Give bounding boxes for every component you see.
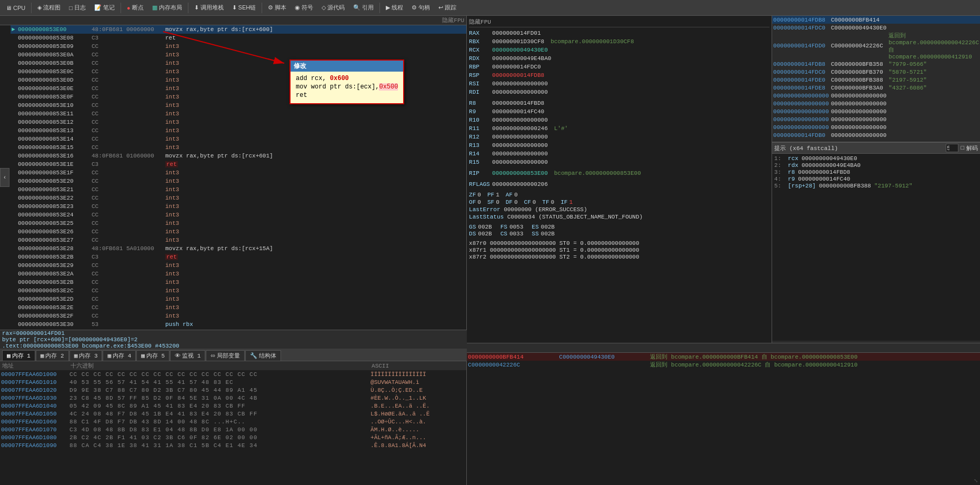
disasm-addr: 0000000000853E22 [17,194,91,202]
stack-row[interactable]: 0000000000000000 0000000000000000 [772,100,980,107]
disasm-row[interactable]: 0000000000853E27 CC int3 [11,236,466,244]
tab-mem1[interactable]: ▦ 内存 1 [2,350,35,361]
memory-row[interactable]: 00007FFEAA6D1060 88 C1 4F D8 F7 DB 43 8D… [0,418,466,425]
disasm-row[interactable]: 0000000000853E29 CC int3 [11,261,466,270]
stack-cell-addr: 00000000014FDC0 [772,68,830,76]
resize-handle[interactable]: ⤡ [972,477,980,485]
script-button[interactable]: ⚙ 脚本 [264,2,290,13]
disasm-row[interactable]: 0000000000853E13 CC int3 [11,126,466,135]
stack-row[interactable]: 00000000014FDE8 C00000000BFB3A0 "4327-60… [772,84,980,92]
callstack-row[interactable]: 0000000000BFB414 C0000000049430E0 返回到 bc… [467,353,980,361]
hint-num-input[interactable] [946,144,958,152]
log-button[interactable]: □ 日志 [65,2,89,13]
disasm-row[interactable]: 0000000000853E22 CC int3 [11,194,466,202]
stack-row[interactable]: 00000000014FDB8 C0000000BFB414 [772,16,980,24]
memory-row[interactable]: 00007FFEAA6D1050 4C 24 08 48 F7 D8 45 1B… [0,410,466,418]
tab-mem2[interactable]: ▦ 内存 2 [36,350,69,361]
tab-mem5[interactable]: ▦ 内存 5 [136,350,169,361]
memory-row[interactable]: 00007FFEAA6D1000 CC CC CC CC CC CC CC CC… [0,370,466,378]
reg-row: RDI 0000000000000000 [469,88,769,96]
disasm-row[interactable]: 0000000000853E09 CC int3 [11,42,466,51]
symbol-button[interactable]: ◉ 符号 [291,2,317,13]
hint-panel: 提示 (x64 fastcall) □ 解码 1: rcx 0000000004… [772,142,980,343]
disasm-dot [11,84,17,93]
tab-locals[interactable]: ⬄ 局部变量 [206,350,245,361]
disasm-row[interactable]: ► 00000000853E00 48:0FB681 00060000 movz… [11,25,466,34]
thread-button[interactable]: ▶ 线程 [382,2,407,13]
stack-cell-val: C00000000BFB358 [830,60,888,68]
tab-watch1[interactable]: 👁 监视 1 [170,350,205,361]
disasm-row[interactable]: 0000000000853E2B C3 ret [11,253,466,261]
stack-row[interactable]: 0000000000000000 0000000000000000 [772,107,980,115]
tab-mem4[interactable]: ▦ 内存 4 [103,350,136,361]
source-button[interactable]: ◇ 源代码 [318,2,348,13]
trace-button[interactable]: ↩ 跟踪 [435,2,460,13]
callstack-row[interactable] [467,369,980,377]
breakpoints-button[interactable]: ● 断点 [123,2,147,13]
callstack-panel[interactable]: 0000000000BFB414 C0000000049430E0 返回到 bc… [467,353,980,485]
tab-struct[interactable]: 🔧 结构体 [245,350,281,361]
disasm-row[interactable]: 0000000000853E1F CC int3 [11,169,466,177]
stack-panel[interactable]: 00000000014FDB8 C0000000BFB414 000000000… [772,16,980,142]
disasm-row[interactable]: 0000000000853E2F CC int3 [11,312,466,320]
memory-row[interactable]: 00007FFEAA6D1090 88 CA C4 38 1E 38 41 31… [0,441,466,449]
stack-row[interactable]: 0000000000000000 0000000000000000 [772,115,980,123]
callstack-table: 0000000000BFB414 C0000000049430E0 返回到 bc… [467,353,980,377]
bottom-tabs-bar: ▦ 内存 1 ▦ 内存 2 ▦ 内存 3 ▦ 内存 4 ▦ 内存 5 👁 监视 … [0,349,467,361]
disasm-row[interactable]: 0000000000853E31 48:83EC 20 sub rsp,20 [11,329,466,330]
stack-row[interactable]: 00000000014FDE0 C00000000BFB388 "2197-59… [772,76,980,84]
stack-row[interactable]: 00000000014FDC0 C0000000049430E0 [772,24,980,32]
ref-button[interactable]: 🔍 引用 [349,2,377,13]
disasm-row[interactable]: 0000000000853E14 CC int3 [11,135,466,143]
disasm-mnemonic: int3 [164,42,466,51]
disasm-row[interactable]: 0000000000853E2A CC int3 [11,270,466,278]
disasm-row[interactable]: 0000000000853E15 CC int3 [11,143,466,152]
tooltip-highlight1: 0x600 [330,75,349,82]
disasm-row[interactable]: 0000000000853E24 CC int3 [11,211,466,219]
callstack-button[interactable]: ⬇ 调用堆栈 [191,2,227,13]
seh-button[interactable]: ⬇ SEH链 [228,2,260,13]
disasm-row[interactable]: 0000000000853E25 CC int3 [11,219,466,227]
disasm-row[interactable]: 0000000000853E16 48:0FB681 01060000 movz… [11,152,466,160]
disasm-row[interactable]: 0000000000853E30 53 push rbx [11,320,466,329]
disasm-row[interactable]: 0000000000853E1E C3 ret [11,160,466,169]
memory-row[interactable]: 00007FFEAA6D1010 40 53 55 56 57 41 54 41… [0,378,466,386]
memory-panel[interactable]: 地址 十六进制 ASCII 00007FFEAA6D1000 CC CC CC … [0,361,467,485]
stack-row[interactable]: 00000000014FDB8 C00000000BFB358 "7979-05… [772,60,980,68]
memory-row[interactable]: 00007FFEAA6D1080 2B C2 4C 2B F1 41 03 C2… [0,433,466,441]
callstack-row[interactable]: C0000000042226C 返回到 bcompare.00000000000… [467,361,980,369]
disasm-row[interactable]: 0000000000853E20 CC int3 [11,177,466,185]
stack-row[interactable]: 0000000000000000 0000000000000000 [772,123,980,131]
disasm-row[interactable]: 0000000000853E08 C3 ret [11,34,466,42]
memory-row[interactable]: 00007FFEAA6D1030 23 C8 45 8D 57 FF 85 D2… [0,394,466,402]
stack-row[interactable]: 00000000014FDB0 0000000000000000 [772,131,980,139]
stack-row[interactable]: 00000000014FDD0 C0000000042226C 返回到 bcom… [772,32,980,60]
memory-row[interactable]: 00007FFEAA6D1040 05 42 09 45 8C 89 A1 45… [0,402,466,410]
handle-button[interactable]: ⚙ 句柄 [408,2,434,13]
cpu-button[interactable]: 🖥 CPU [2,3,29,13]
flowchart-button[interactable]: ◈ 流程图 [34,2,64,13]
disasm-row[interactable]: 0000000000853E28 48:0FB681 5A010000 movz… [11,244,466,253]
disasm-row[interactable]: 0000000000853E0A CC int3 [11,51,466,59]
disasm-mnemonic: int3 [164,126,466,135]
disasm-row[interactable]: 0000000000853E2C CC int3 [11,286,466,295]
disasm-scroll-left[interactable]: ‹ [0,168,9,187]
disasm-row[interactable]: 0000000000853E12 CC int3 [11,118,466,126]
notes-button[interactable]: 📝 笔记 [91,2,118,13]
seg-item: DS 002B [469,231,492,237]
disasm-row[interactable]: 0000000000853E23 CC int3 [11,202,466,211]
disasm-row[interactable]: 0000000000853E2E CC int3 [11,303,466,312]
disasm-row[interactable]: 0000000000853E2B CC int3 [11,278,466,286]
disasm-mnemonic: movzx rax,byte ptr ds:[rcx+601] [164,152,466,160]
memory-layout-button[interactable]: ▦ 内存布局 [148,2,186,13]
memory-row[interactable]: 00007FFEAA6D1020 D9 9E 38 C7 88 C7 80 D2… [0,386,466,394]
stack-row[interactable]: 0000000000000000 0000000000000000 [772,92,980,100]
disasm-row[interactable]: 0000000000853E2D CC int3 [11,295,466,303]
disasm-hide-fpu[interactable]: 隐藏FPU [442,16,464,24]
disasm-row[interactable]: 0000000000853E11 CC int3 [11,110,466,118]
disasm-row[interactable]: 0000000000853E21 CC int3 [11,185,466,194]
tab-mem3[interactable]: ▦ 内存 3 [69,350,103,361]
disasm-row[interactable]: 0000000000853E26 CC int3 [11,227,466,236]
stack-row[interactable]: 00000000014FDC0 C00000000BFB370 "5870-57… [772,68,980,76]
memory-row[interactable]: 00007FFEAA6D1070 C3 4D 08 48 8B D8 83 E1… [0,425,466,433]
